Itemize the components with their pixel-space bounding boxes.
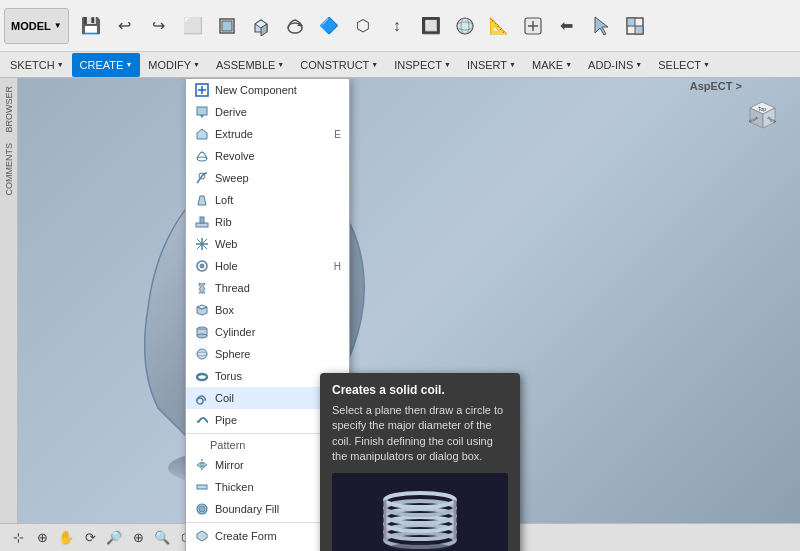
tool4-icon[interactable]: ⬡ xyxy=(347,8,379,44)
revolve-icon[interactable] xyxy=(279,8,311,44)
create-form-icon xyxy=(194,528,210,544)
thread-icon xyxy=(194,280,210,296)
menu-inspect[interactable]: INSPECT ▼ xyxy=(386,53,459,77)
select-icon[interactable] xyxy=(585,8,617,44)
menu-make[interactable]: MAKE ▼ xyxy=(524,53,580,77)
new-component-icon[interactable]: ⬜ xyxy=(177,8,209,44)
svg-point-38 xyxy=(200,264,204,268)
svg-marker-30 xyxy=(198,196,206,205)
menu-extrude[interactable]: Extrude E xyxy=(186,123,349,145)
hole-icon xyxy=(194,258,210,274)
construct-menu-arrow: ▼ xyxy=(371,61,378,68)
menu-modify[interactable]: MODIFY ▼ xyxy=(140,53,208,77)
make-icon[interactable]: ⬅ xyxy=(551,8,583,44)
web-icon xyxy=(194,236,210,252)
tool6-icon[interactable]: 🔲 xyxy=(415,8,447,44)
extrude-icon[interactable] xyxy=(245,8,277,44)
main-toolbar: MODEL ▼ 💾 ↩ ↪ ⬜ 🔷 ⬡ xyxy=(0,0,800,52)
menu-addins[interactable]: ADD-INS ▼ xyxy=(580,53,650,77)
create-menu-arrow: ▼ xyxy=(125,61,132,68)
save-icon[interactable]: 💾 xyxy=(75,8,107,44)
aspect-button[interactable]: AspECT > xyxy=(690,80,742,92)
menu-thread[interactable]: Thread xyxy=(186,277,349,299)
cylinder-icon xyxy=(194,324,210,340)
menu-box[interactable]: Box xyxy=(186,299,349,321)
svg-rect-1 xyxy=(222,21,232,31)
select-menu-arrow: ▼ xyxy=(703,61,710,68)
view-icon[interactable] xyxy=(619,8,651,44)
svg-marker-27 xyxy=(197,129,207,139)
svg-point-44 xyxy=(197,349,207,359)
sphere-icon xyxy=(194,346,210,362)
orbit-icon[interactable]: ⟳ xyxy=(80,528,100,548)
tooltip-description: Select a plane then draw a circle to spe… xyxy=(332,403,508,465)
menu-web[interactable]: Web xyxy=(186,233,349,255)
coil-icon xyxy=(194,390,210,406)
menu-new-component[interactable]: New Component xyxy=(186,79,349,101)
svg-text:Top: Top xyxy=(758,106,766,112)
svg-marker-48 xyxy=(197,462,201,468)
svg-marker-26 xyxy=(200,115,204,118)
menu-cylinder[interactable]: Cylinder xyxy=(186,321,349,343)
boundary-fill-icon xyxy=(194,501,210,517)
svg-rect-31 xyxy=(196,223,208,227)
menu-loft[interactable]: Loft xyxy=(186,189,349,211)
revolve-icon xyxy=(194,148,210,164)
sketch-menu-arrow: ▼ xyxy=(57,61,64,68)
menu-assemble[interactable]: ASSEMBLE ▼ xyxy=(208,53,292,77)
menu-derive[interactable]: Derive xyxy=(186,101,349,123)
svg-marker-13 xyxy=(595,17,608,35)
inspect-icon[interactable]: 📐 xyxy=(483,8,515,44)
main-viewport: BROWSER COMMENTS xyxy=(0,78,800,551)
tool3-icon[interactable]: 🔷 xyxy=(313,8,345,44)
make-menu-arrow: ▼ xyxy=(565,61,572,68)
left-sidebar: BROWSER COMMENTS xyxy=(0,78,18,551)
sidebar-comments-tab[interactable]: COMMENTS xyxy=(2,139,16,200)
sweep-icon xyxy=(194,170,210,186)
look-at-icon[interactable]: 🔍 xyxy=(152,528,172,548)
zoom-out-icon[interactable]: ⊕ xyxy=(128,528,148,548)
new-component-icon xyxy=(194,82,210,98)
tooltip-title: Creates a solid coil. xyxy=(332,383,508,397)
zoom-fit-icon[interactable]: ⊕ xyxy=(32,528,52,548)
menu-hole[interactable]: Hole H xyxy=(186,255,349,277)
modify-menu-arrow: ▼ xyxy=(193,61,200,68)
svg-rect-15 xyxy=(627,18,635,26)
svg-point-46 xyxy=(197,374,207,380)
home-icon[interactable]: ⊹ xyxy=(8,528,28,548)
menu-construct[interactable]: CONSTRUCT ▼ xyxy=(292,53,386,77)
model-arrow-icon: ▼ xyxy=(54,21,62,30)
torus-icon xyxy=(194,368,210,384)
svg-marker-53 xyxy=(197,531,207,541)
tool7-icon[interactable] xyxy=(449,8,481,44)
menu-create[interactable]: CREATE ▼ xyxy=(72,53,141,77)
tool5-icon[interactable]: ↕ xyxy=(381,8,413,44)
box-icon xyxy=(194,302,210,318)
svg-rect-32 xyxy=(200,217,204,223)
rib-icon xyxy=(194,214,210,230)
menu-sketch[interactable]: SKETCH ▼ xyxy=(2,53,72,77)
undo-icon[interactable]: ↩ xyxy=(109,8,141,44)
model-label: MODEL xyxy=(11,20,51,32)
derive-icon xyxy=(194,104,210,120)
svg-rect-16 xyxy=(635,26,643,34)
menu-rib[interactable]: Rib xyxy=(186,211,349,233)
coil-tooltip-popup: Creates a solid coil. Select a plane the… xyxy=(320,373,520,551)
hole-shortcut: H xyxy=(334,261,341,272)
sketch-icon[interactable] xyxy=(211,8,243,44)
menu-revolve[interactable]: Revolve xyxy=(186,145,349,167)
insert-icon[interactable] xyxy=(517,8,549,44)
redo-icon[interactable]: ↪ xyxy=(143,8,175,44)
menu-sweep[interactable]: Sweep xyxy=(186,167,349,189)
inspect-menu-arrow: ▼ xyxy=(444,61,451,68)
pan-icon[interactable]: ✋ xyxy=(56,528,76,548)
menu-insert[interactable]: INSERT ▼ xyxy=(459,53,524,77)
model-dropdown[interactable]: MODEL ▼ xyxy=(4,8,69,44)
menu-sphere[interactable]: Sphere xyxy=(186,343,349,365)
sidebar-browser-tab[interactable]: BROWSER xyxy=(2,82,16,137)
zoom-in-icon[interactable]: 🔎 xyxy=(104,528,124,548)
svg-rect-25 xyxy=(197,107,207,115)
addins-menu-arrow: ▼ xyxy=(635,61,642,68)
navigation-cube[interactable]: Top Front Right xyxy=(735,88,790,143)
menu-select[interactable]: SELECT ▼ xyxy=(650,53,718,77)
